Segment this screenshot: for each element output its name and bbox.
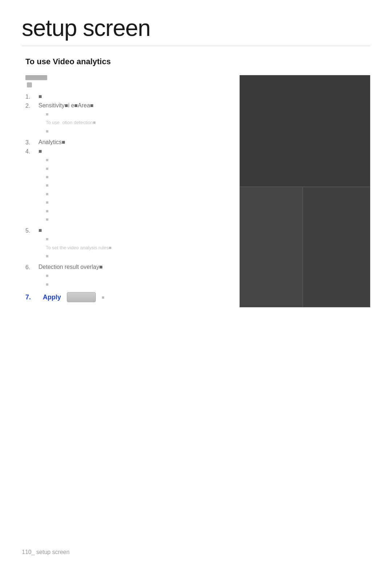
page-container: setup screen To use Video analytics 1. ■ — [0, 0, 392, 329]
step-5-sub-3: ■ — [46, 252, 225, 260]
step-5-sub-2: To set the video analysis rules■ — [46, 243, 225, 252]
step-2-sub-2: To use otion detection■ — [46, 118, 225, 127]
step-5-label: ■ — [38, 227, 42, 233]
step-6-label: Detection result overlay■ — [38, 264, 103, 270]
step-1-label: ■ — [38, 93, 42, 99]
page-footer: 110_ setup screen — [22, 549, 70, 555]
step-3-content: Analytics■ — [38, 139, 225, 145]
step-5-row: 5. ■ ■ To set the video analysis rules■ … — [25, 227, 225, 260]
step-4-sub-6: ■ — [46, 198, 225, 206]
step-4-sub-2: ■ — [46, 164, 225, 173]
step-4-row: 4. ■ ■ ■ ■ ■ ■ ■ ■ ■ — [25, 148, 225, 224]
step-2-row: 2. Sensitivity■i e■Area■ ■ To use otion … — [25, 102, 225, 135]
apply-button[interactable] — [67, 292, 96, 302]
step-5-number: 5. — [25, 227, 38, 234]
step-4-sub-8: ■ — [46, 215, 225, 224]
step-2-subitems: ■ To use otion detection■ ■ — [46, 110, 225, 135]
step-3-row: 3. Analytics■ — [25, 139, 225, 146]
step-6-subitems: ■ ■ — [46, 271, 225, 288]
step-4-subitems: ■ ■ ■ ■ ■ ■ ■ ■ — [46, 156, 225, 224]
step-7-content: Apply ■ — [43, 292, 225, 302]
step-2-sub-3: ■ — [46, 127, 225, 135]
step-6-content: Detection result overlay■ ■ ■ — [38, 264, 225, 288]
camera-preview — [240, 75, 370, 307]
right-panel — [240, 75, 370, 307]
camera-bottom-left — [240, 186, 302, 307]
gray-checkbox-indicator — [27, 82, 32, 87]
section-title: To use Video analytics — [25, 57, 370, 66]
step-2-number: 2. — [25, 102, 38, 109]
step-4-number: 4. — [25, 148, 38, 155]
step-4-sub-3: ■ — [46, 173, 225, 181]
steps-list: 1. ■ 2. Sensitivity■i e■Area■ ■ To use o… — [25, 93, 225, 302]
gray-bar-indicator — [25, 75, 47, 80]
step-4-sub-7: ■ — [46, 207, 225, 215]
camera-bottom-right — [302, 186, 370, 307]
page-title: setup screen — [22, 15, 370, 46]
step-6-sub-2: ■ — [46, 280, 225, 288]
step-4-label: ■ — [38, 148, 42, 154]
step-2-content: Sensitivity■i e■Area■ ■ To use otion det… — [38, 102, 225, 135]
step-4-content: ■ ■ ■ ■ ■ ■ ■ ■ ■ — [38, 148, 225, 224]
apply-corrupt-char: ■ — [102, 295, 105, 300]
step-4-sub-5: ■ — [46, 190, 225, 198]
left-panel: 1. ■ 2. Sensitivity■i e■Area■ ■ To use o… — [22, 75, 225, 304]
step-4-sub-1: ■ — [46, 156, 225, 164]
step-3-number: 3. — [25, 139, 38, 146]
camera-center-line-v — [302, 186, 303, 307]
step-6-sub-1: ■ — [46, 271, 225, 280]
step-5-subitems: ■ To set the video analysis rules■ ■ — [46, 235, 225, 260]
step-6-row: 6. Detection result overlay■ ■ ■ — [25, 264, 225, 288]
step-5-content: ■ ■ To set the video analysis rules■ ■ — [38, 227, 225, 260]
step-7-number: 7. — [25, 293, 38, 301]
step-4-sub-4: ■ — [46, 181, 225, 189]
step-7-row[interactable]: 7. Apply ■ — [25, 292, 225, 302]
step-1-number: 1. — [25, 93, 38, 100]
step-5-sub-1: ■ — [46, 235, 225, 243]
step-2-label: Sensitivity■i e■Area■ — [38, 102, 94, 108]
step-6-number: 6. — [25, 264, 38, 271]
step-2-sub-1: ■ — [46, 110, 225, 118]
step-1-row: 1. ■ — [25, 93, 225, 100]
apply-label: Apply — [43, 294, 61, 301]
content-area: 1. ■ 2. Sensitivity■i e■Area■ ■ To use o… — [22, 75, 370, 307]
camera-top-section — [240, 75, 370, 186]
step-1-content: ■ — [38, 93, 225, 100]
camera-center-line-h — [240, 186, 370, 187]
step-3-label: Analytics■ — [38, 139, 65, 145]
